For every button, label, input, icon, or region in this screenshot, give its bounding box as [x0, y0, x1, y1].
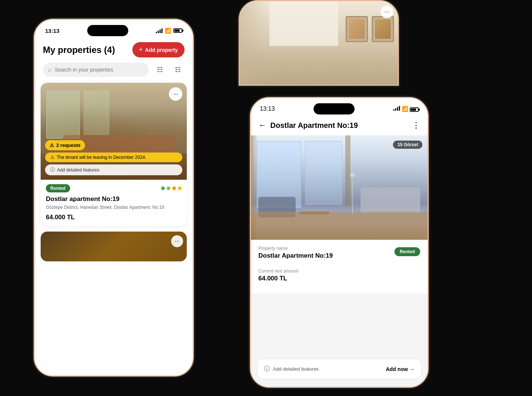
property-name-label: Property name	[258, 246, 333, 251]
card1-more-button[interactable]: ···	[169, 87, 182, 101]
phone2-partial-image: ···	[240, 1, 398, 86]
add-features-card[interactable]: ⓘ Add detailed features Add now →	[257, 359, 422, 379]
dot-3	[172, 186, 176, 190]
phone2-background: ···	[239, 0, 399, 86]
wifi-icon-3: 📶	[402, 106, 408, 112]
phone3-more-button[interactable]: ⋮	[412, 120, 420, 130]
search-icon: ⌕	[48, 66, 52, 73]
requests-badge: ⚠ 2 requests	[45, 140, 85, 150]
photo-count-badge: 15 Görsel	[393, 141, 422, 149]
phone1-status-icons: 📶	[156, 28, 182, 34]
rent-amount-section: Current rent amount 64.000 TL	[258, 268, 420, 282]
filter-icon[interactable]: ☷	[153, 63, 167, 76]
add-features-badge[interactable]: ⓘ Add detailed features	[45, 164, 182, 175]
search-input[interactable]	[55, 67, 144, 73]
property-image-1: ··· ⚠ 2 requests ⚠ The tenant will be le…	[41, 83, 187, 180]
phone1-content: 13:13 📶 My properties (4) + Add pr	[35, 20, 193, 375]
phone3-rented-badge: Rented	[394, 247, 420, 256]
property-name-1: Dostlar apartment No:19	[46, 195, 182, 203]
card1-status-row: Rented	[46, 184, 182, 192]
phone3-status-bar: 13:13 📶	[251, 98, 428, 117]
add-property-button[interactable]: + Add property	[132, 42, 185, 57]
phone1-time: 13:13	[45, 28, 59, 34]
phone3-content: 13:13 📶 ← Dostlar Apartment No:19 ⋮	[251, 98, 428, 387]
dot-2	[167, 186, 170, 190]
add-features-left: ⓘ Add detailed features	[264, 365, 319, 373]
phone3-property-details: Property name Dostlar Apartment No:19 Re…	[251, 240, 428, 293]
property-address-1: Göztepe District, Hanedan Street, Dostla…	[46, 204, 182, 211]
phone1: 13:13 📶 My properties (4) + Add pr	[34, 19, 194, 377]
property-card-2-partial[interactable]: ···	[41, 232, 187, 261]
property-price-1: 64.000 TL	[46, 214, 182, 221]
info-icon: ⓘ	[50, 167, 55, 173]
phone3-room-scene	[251, 135, 428, 240]
rented-badge: Rented	[46, 184, 70, 192]
signal-icon	[156, 28, 163, 33]
dot-4	[178, 186, 182, 190]
phone2-more-button[interactable]: ···	[381, 6, 393, 18]
grid-icon[interactable]: ☷	[171, 63, 185, 76]
detail-header-row: Property name Dostlar Apartment No:19 Re…	[258, 246, 420, 265]
rent-label: Current rent amount	[258, 268, 420, 274]
property-name-value: Dostlar Apartment No:19	[258, 252, 333, 260]
back-button[interactable]: ←	[258, 120, 267, 130]
phone3-time: 13:13	[260, 106, 275, 112]
dot-1	[161, 186, 165, 190]
alert-circle-icon: ⚠	[50, 142, 54, 148]
property-card-1[interactable]: ··· ⚠ 2 requests ⚠ The tenant will be le…	[41, 83, 187, 226]
search-box[interactable]: ⌕	[43, 63, 149, 77]
phone3-page-title: Dostlar Apartment No:19	[270, 121, 408, 130]
warning-icon: ⚠	[50, 155, 54, 160]
property-name-section: Property name Dostlar Apartment No:19	[258, 246, 333, 260]
info-circle-icon: ⓘ	[264, 365, 270, 373]
phone3-header: ← Dostlar Apartment No:19 ⋮	[251, 117, 428, 135]
phone3-dynamic-island	[314, 103, 355, 114]
phone1-dynamic-island	[87, 25, 128, 36]
page-title: My properties (4)	[43, 45, 115, 55]
dot-indicators	[161, 186, 182, 190]
card2-more-button[interactable]: ···	[171, 235, 183, 247]
phone1-status-bar: 13:13 📶	[35, 20, 193, 38]
rent-value: 64.000 TL	[258, 275, 420, 282]
phone3-property-photo: 15 Görsel	[251, 135, 428, 240]
phone1-header: My properties (4) + Add property	[35, 38, 193, 63]
signal-icon-3	[393, 106, 400, 111]
phone3: 13:13 📶 ← Dostlar Apartment No:19 ⋮	[250, 97, 429, 388]
phone3-status-icons: 📶	[393, 106, 419, 112]
search-row: ⌕ ☷ ☷	[35, 63, 193, 83]
card1-overlay: ⚠ 2 requests ⚠ The tenant will be leavin…	[41, 136, 187, 180]
wifi-icon: 📶	[165, 28, 171, 34]
card1-info: Rented Dostlar apartment No:19 Göztepe D…	[41, 180, 187, 226]
battery-icon	[173, 28, 182, 33]
battery-icon-3	[410, 107, 419, 112]
add-now-button[interactable]: Add now →	[386, 366, 415, 372]
warning-banner: ⚠ The tenant will be leaving in December…	[45, 153, 182, 162]
